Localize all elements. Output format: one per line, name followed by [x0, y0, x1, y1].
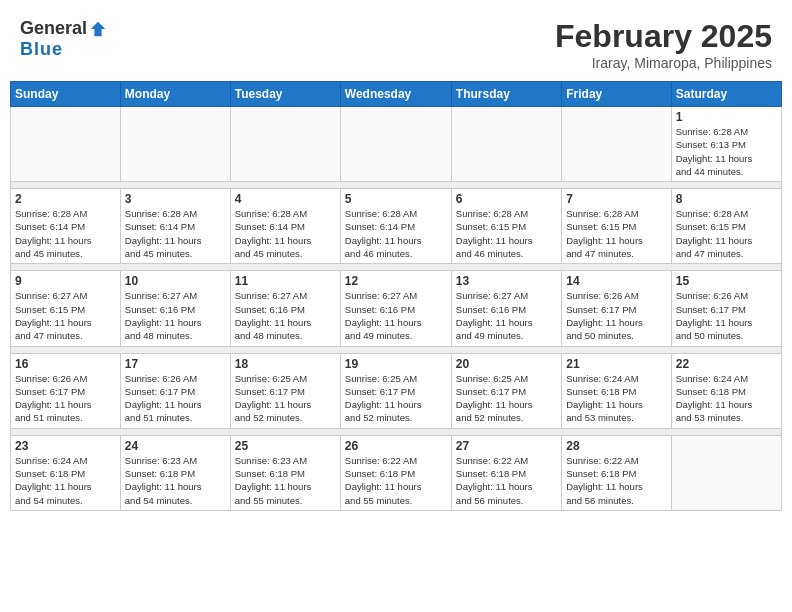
day-info: Sunrise: 6:26 AM Sunset: 6:17 PM Dayligh…	[15, 372, 116, 425]
calendar-day-cell: 3Sunrise: 6:28 AM Sunset: 6:14 PM Daylig…	[120, 189, 230, 264]
calendar-day-cell: 14Sunrise: 6:26 AM Sunset: 6:17 PM Dayli…	[562, 271, 671, 346]
calendar-day-cell: 11Sunrise: 6:27 AM Sunset: 6:16 PM Dayli…	[230, 271, 340, 346]
day-number: 3	[125, 192, 226, 206]
day-number: 9	[15, 274, 116, 288]
day-number: 23	[15, 439, 116, 453]
calendar-day-cell: 18Sunrise: 6:25 AM Sunset: 6:17 PM Dayli…	[230, 353, 340, 428]
day-info: Sunrise: 6:23 AM Sunset: 6:18 PM Dayligh…	[125, 454, 226, 507]
calendar-day-cell: 24Sunrise: 6:23 AM Sunset: 6:18 PM Dayli…	[120, 435, 230, 510]
day-info: Sunrise: 6:27 AM Sunset: 6:16 PM Dayligh…	[345, 289, 447, 342]
title-area: February 2025 Iraray, Mimaropa, Philippi…	[555, 18, 772, 71]
day-info: Sunrise: 6:28 AM Sunset: 6:15 PM Dayligh…	[676, 207, 777, 260]
calendar-day-cell: 16Sunrise: 6:26 AM Sunset: 6:17 PM Dayli…	[11, 353, 121, 428]
day-info: Sunrise: 6:23 AM Sunset: 6:18 PM Dayligh…	[235, 454, 336, 507]
day-info: Sunrise: 6:26 AM Sunset: 6:17 PM Dayligh…	[676, 289, 777, 342]
day-number: 6	[456, 192, 557, 206]
calendar-week-row: 16Sunrise: 6:26 AM Sunset: 6:17 PM Dayli…	[11, 353, 782, 428]
day-info: Sunrise: 6:28 AM Sunset: 6:13 PM Dayligh…	[676, 125, 777, 178]
day-info: Sunrise: 6:25 AM Sunset: 6:17 PM Dayligh…	[235, 372, 336, 425]
day-number: 15	[676, 274, 777, 288]
calendar-day-cell	[11, 107, 121, 182]
day-number: 11	[235, 274, 336, 288]
day-info: Sunrise: 6:28 AM Sunset: 6:14 PM Dayligh…	[345, 207, 447, 260]
calendar-day-cell	[562, 107, 671, 182]
weekday-header-friday: Friday	[562, 82, 671, 107]
day-info: Sunrise: 6:24 AM Sunset: 6:18 PM Dayligh…	[15, 454, 116, 507]
calendar-day-cell: 17Sunrise: 6:26 AM Sunset: 6:17 PM Dayli…	[120, 353, 230, 428]
calendar-week-row: 23Sunrise: 6:24 AM Sunset: 6:18 PM Dayli…	[11, 435, 782, 510]
day-info: Sunrise: 6:28 AM Sunset: 6:14 PM Dayligh…	[125, 207, 226, 260]
calendar-day-cell	[451, 107, 561, 182]
weekday-header-tuesday: Tuesday	[230, 82, 340, 107]
day-info: Sunrise: 6:28 AM Sunset: 6:14 PM Dayligh…	[235, 207, 336, 260]
day-info: Sunrise: 6:22 AM Sunset: 6:18 PM Dayligh…	[345, 454, 447, 507]
calendar-day-cell: 23Sunrise: 6:24 AM Sunset: 6:18 PM Dayli…	[11, 435, 121, 510]
calendar-day-cell: 7Sunrise: 6:28 AM Sunset: 6:15 PM Daylig…	[562, 189, 671, 264]
day-number: 27	[456, 439, 557, 453]
calendar-day-cell: 12Sunrise: 6:27 AM Sunset: 6:16 PM Dayli…	[340, 271, 451, 346]
calendar-spacer-row	[11, 428, 782, 435]
calendar-day-cell	[230, 107, 340, 182]
calendar-day-cell: 2Sunrise: 6:28 AM Sunset: 6:14 PM Daylig…	[11, 189, 121, 264]
weekday-header-thursday: Thursday	[451, 82, 561, 107]
weekday-header-saturday: Saturday	[671, 82, 781, 107]
calendar-day-cell: 21Sunrise: 6:24 AM Sunset: 6:18 PM Dayli…	[562, 353, 671, 428]
page-header: General Blue February 2025 Iraray, Mimar…	[10, 10, 782, 75]
day-number: 10	[125, 274, 226, 288]
day-number: 7	[566, 192, 666, 206]
day-number: 16	[15, 357, 116, 371]
logo-general-text: General	[20, 18, 87, 39]
calendar-day-cell: 9Sunrise: 6:27 AM Sunset: 6:15 PM Daylig…	[11, 271, 121, 346]
calendar-day-cell: 26Sunrise: 6:22 AM Sunset: 6:18 PM Dayli…	[340, 435, 451, 510]
day-info: Sunrise: 6:22 AM Sunset: 6:18 PM Dayligh…	[456, 454, 557, 507]
day-number: 26	[345, 439, 447, 453]
day-number: 5	[345, 192, 447, 206]
calendar-day-cell: 15Sunrise: 6:26 AM Sunset: 6:17 PM Dayli…	[671, 271, 781, 346]
calendar-week-row: 9Sunrise: 6:27 AM Sunset: 6:15 PM Daylig…	[11, 271, 782, 346]
calendar-day-cell	[120, 107, 230, 182]
calendar-day-cell: 10Sunrise: 6:27 AM Sunset: 6:16 PM Dayli…	[120, 271, 230, 346]
day-info: Sunrise: 6:26 AM Sunset: 6:17 PM Dayligh…	[125, 372, 226, 425]
day-info: Sunrise: 6:27 AM Sunset: 6:16 PM Dayligh…	[125, 289, 226, 342]
calendar-day-cell: 6Sunrise: 6:28 AM Sunset: 6:15 PM Daylig…	[451, 189, 561, 264]
calendar-table: SundayMondayTuesdayWednesdayThursdayFrid…	[10, 81, 782, 511]
day-info: Sunrise: 6:28 AM Sunset: 6:14 PM Dayligh…	[15, 207, 116, 260]
logo-icon	[89, 20, 107, 38]
day-number: 13	[456, 274, 557, 288]
day-info: Sunrise: 6:28 AM Sunset: 6:15 PM Dayligh…	[566, 207, 666, 260]
month-title: February 2025	[555, 18, 772, 55]
day-info: Sunrise: 6:25 AM Sunset: 6:17 PM Dayligh…	[345, 372, 447, 425]
calendar-day-cell: 13Sunrise: 6:27 AM Sunset: 6:16 PM Dayli…	[451, 271, 561, 346]
calendar-week-row: 2Sunrise: 6:28 AM Sunset: 6:14 PM Daylig…	[11, 189, 782, 264]
calendar-day-cell: 4Sunrise: 6:28 AM Sunset: 6:14 PM Daylig…	[230, 189, 340, 264]
calendar-day-cell: 27Sunrise: 6:22 AM Sunset: 6:18 PM Dayli…	[451, 435, 561, 510]
logo: General Blue	[20, 18, 107, 60]
day-number: 25	[235, 439, 336, 453]
day-number: 19	[345, 357, 447, 371]
weekday-header-wednesday: Wednesday	[340, 82, 451, 107]
day-number: 22	[676, 357, 777, 371]
day-number: 20	[456, 357, 557, 371]
day-number: 21	[566, 357, 666, 371]
day-info: Sunrise: 6:28 AM Sunset: 6:15 PM Dayligh…	[456, 207, 557, 260]
calendar-day-cell: 8Sunrise: 6:28 AM Sunset: 6:15 PM Daylig…	[671, 189, 781, 264]
day-number: 17	[125, 357, 226, 371]
day-info: Sunrise: 6:27 AM Sunset: 6:16 PM Dayligh…	[456, 289, 557, 342]
calendar-day-cell: 1Sunrise: 6:28 AM Sunset: 6:13 PM Daylig…	[671, 107, 781, 182]
day-info: Sunrise: 6:22 AM Sunset: 6:18 PM Dayligh…	[566, 454, 666, 507]
day-info: Sunrise: 6:24 AM Sunset: 6:18 PM Dayligh…	[566, 372, 666, 425]
calendar-day-cell	[671, 435, 781, 510]
calendar-day-cell: 22Sunrise: 6:24 AM Sunset: 6:18 PM Dayli…	[671, 353, 781, 428]
calendar-day-cell: 28Sunrise: 6:22 AM Sunset: 6:18 PM Dayli…	[562, 435, 671, 510]
day-number: 2	[15, 192, 116, 206]
day-info: Sunrise: 6:26 AM Sunset: 6:17 PM Dayligh…	[566, 289, 666, 342]
day-number: 8	[676, 192, 777, 206]
logo-blue-text: Blue	[20, 39, 63, 60]
calendar-day-cell	[340, 107, 451, 182]
day-info: Sunrise: 6:24 AM Sunset: 6:18 PM Dayligh…	[676, 372, 777, 425]
calendar-spacer-row	[11, 264, 782, 271]
day-number: 14	[566, 274, 666, 288]
day-info: Sunrise: 6:27 AM Sunset: 6:16 PM Dayligh…	[235, 289, 336, 342]
day-info: Sunrise: 6:27 AM Sunset: 6:15 PM Dayligh…	[15, 289, 116, 342]
calendar-day-cell: 19Sunrise: 6:25 AM Sunset: 6:17 PM Dayli…	[340, 353, 451, 428]
